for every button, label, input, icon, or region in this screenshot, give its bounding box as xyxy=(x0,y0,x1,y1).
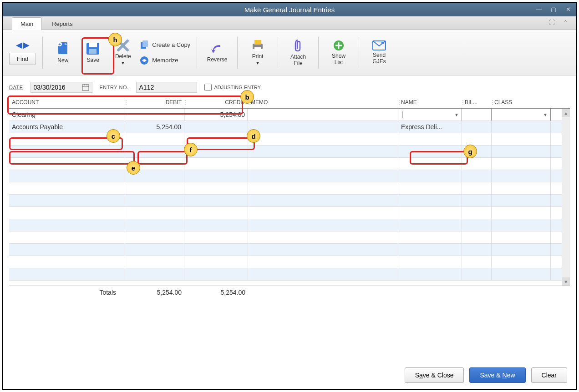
save-disk-icon xyxy=(86,42,100,55)
memorize-button[interactable]: Memorize xyxy=(139,54,190,67)
show-list-button[interactable]: ShowList xyxy=(325,35,352,70)
tab-main[interactable]: Main xyxy=(12,17,42,30)
scroll-up-icon[interactable]: ▴ xyxy=(562,109,570,117)
table-row[interactable] xyxy=(9,231,570,244)
next-arrow-icon[interactable]: ▶ xyxy=(23,40,30,50)
svg-rect-5 xyxy=(89,43,97,47)
table-row[interactable] xyxy=(9,219,570,231)
memorize-icon xyxy=(139,55,149,65)
reverse-arrow-icon xyxy=(210,42,224,55)
table-row[interactable] xyxy=(9,158,570,170)
cell-account[interactable]: Clearing xyxy=(9,109,125,121)
chevron-down-icon[interactable]: ▼ xyxy=(454,112,459,117)
new-button[interactable]: ✦ New xyxy=(49,35,76,70)
col-class[interactable]: CLASS xyxy=(492,96,551,108)
reverse-button[interactable]: Reverse xyxy=(203,35,231,70)
vertical-scrollbar[interactable]: ▴ ▾ xyxy=(562,109,570,286)
save-close-button[interactable]: Save & Close xyxy=(405,367,464,383)
table-row[interactable] xyxy=(9,133,570,146)
col-debit[interactable]: DEBIT xyxy=(125,96,184,108)
window-title: Make General Journal Entries xyxy=(244,6,335,14)
cell-memo[interactable] xyxy=(248,109,398,121)
adjusting-entry-label: ADJUSTING ENTRY xyxy=(214,85,261,90)
chevron-down-icon[interactable]: ▼ xyxy=(543,112,548,117)
delete-button[interactable]: Delete▾ xyxy=(109,35,137,70)
minimize-button[interactable]: — xyxy=(534,5,543,14)
table-row[interactable]: Clearing 5,254.00 ▼ ▼ xyxy=(9,109,570,121)
cell-account[interactable]: Accounts Payable xyxy=(9,121,125,133)
ribbon-toolbar: ◀ ▶ Find ✦ New Save Delete▾ xyxy=(3,30,576,75)
journal-entry-window: Make General Journal Entries — ▢ ✕ Main … xyxy=(2,2,577,390)
cell-credit[interactable]: 5,254.00 xyxy=(184,109,248,121)
plus-circle-icon xyxy=(333,40,345,51)
maximize-button[interactable]: ▢ xyxy=(549,5,558,14)
envelope-icon xyxy=(372,40,386,50)
expand-ribbon-icon[interactable]: ⛶ xyxy=(549,19,555,26)
svg-rect-6 xyxy=(89,49,96,54)
date-label: DATE xyxy=(9,85,23,90)
table-row[interactable] xyxy=(9,256,570,268)
entry-no-label: ENTRY NO. xyxy=(100,85,129,90)
cell-bil[interactable] xyxy=(462,121,492,133)
table-row[interactable] xyxy=(9,195,570,207)
svg-rect-20 xyxy=(82,85,89,90)
date-field-box[interactable] xyxy=(30,82,92,93)
totals-row: Totals 5,254.00 5,254.00 xyxy=(9,286,570,299)
prev-arrow-icon[interactable]: ◀ xyxy=(16,40,22,50)
clear-button[interactable]: Clear xyxy=(531,367,567,383)
cell-class[interactable] xyxy=(492,121,551,133)
date-input[interactable] xyxy=(34,84,79,91)
save-new-button[interactable]: Save & New xyxy=(469,367,525,383)
close-button[interactable]: ✕ xyxy=(564,5,573,14)
cell-memo[interactable] xyxy=(248,121,398,133)
journal-grid: ACCOUNT DEBIT CREDIT MEMO NAME BIL... CL… xyxy=(9,96,570,299)
col-memo[interactable]: MEMO xyxy=(248,96,398,108)
collapse-ribbon-icon[interactable]: ⌃ xyxy=(563,19,568,26)
attach-file-button[interactable]: AttachFile xyxy=(284,35,312,70)
adjusting-entry-checkbox[interactable] xyxy=(204,84,212,91)
col-bil[interactable]: BIL... xyxy=(462,96,492,108)
tab-row: Main Reports ⛶ ⌃ xyxy=(3,16,576,30)
table-row[interactable] xyxy=(9,182,570,195)
table-row[interactable] xyxy=(9,244,570,256)
total-credit: 5,254.00 xyxy=(184,289,248,296)
footer-buttons: Save & Close Save & New Clear xyxy=(405,367,567,383)
totals-label: Totals xyxy=(9,289,125,296)
table-row[interactable] xyxy=(9,170,570,182)
cell-name[interactable]: ▼ xyxy=(398,109,462,121)
cell-class[interactable]: ▼ xyxy=(492,109,551,121)
cell-debit[interactable]: 5,254.00 xyxy=(125,121,184,133)
table-row[interactable] xyxy=(9,268,570,281)
grid-header: ACCOUNT DEBIT CREDIT MEMO NAME BIL... CL… xyxy=(9,96,570,109)
entry-header-row: DATE ENTRY NO. ADJUSTING ENTRY xyxy=(3,75,576,96)
svg-rect-14 xyxy=(254,47,261,51)
svg-text:✦: ✦ xyxy=(58,42,61,47)
cell-credit[interactable] xyxy=(184,121,248,133)
create-copy-button[interactable]: Create a Copy xyxy=(139,39,190,51)
tab-reports[interactable]: Reports xyxy=(44,18,81,30)
entry-no-box[interactable] xyxy=(136,82,197,93)
save-button[interactable]: Save xyxy=(79,35,107,70)
calendar-icon[interactable] xyxy=(82,84,89,91)
send-gjes-button[interactable]: SendGJEs xyxy=(366,35,393,70)
cell-bil[interactable] xyxy=(462,109,492,121)
col-account[interactable]: ACCOUNT xyxy=(9,96,125,108)
find-button[interactable]: Find xyxy=(9,53,36,65)
col-name[interactable]: NAME xyxy=(398,96,462,108)
printer-icon xyxy=(251,39,264,52)
titlebar: Make General Journal Entries — ▢ ✕ xyxy=(3,3,576,16)
table-row[interactable]: Accounts Payable 5,254.00 Express Deli..… xyxy=(9,121,570,133)
total-debit: 5,254.00 xyxy=(125,289,184,296)
copy-icon xyxy=(139,40,149,50)
entry-no-input[interactable] xyxy=(139,84,194,91)
print-button[interactable]: Print▾ xyxy=(244,35,271,70)
svg-rect-10 xyxy=(142,40,148,47)
scroll-down-icon[interactable]: ▾ xyxy=(562,277,570,286)
cell-name[interactable]: Express Deli... xyxy=(398,121,462,133)
svg-rect-13 xyxy=(254,40,261,45)
cell-debit[interactable] xyxy=(125,109,184,121)
col-credit[interactable]: CREDIT xyxy=(184,96,248,108)
table-row[interactable] xyxy=(9,146,570,158)
grid-body[interactable]: Clearing 5,254.00 ▼ ▼ Accounts Payable 5… xyxy=(9,109,570,286)
table-row[interactable] xyxy=(9,207,570,219)
